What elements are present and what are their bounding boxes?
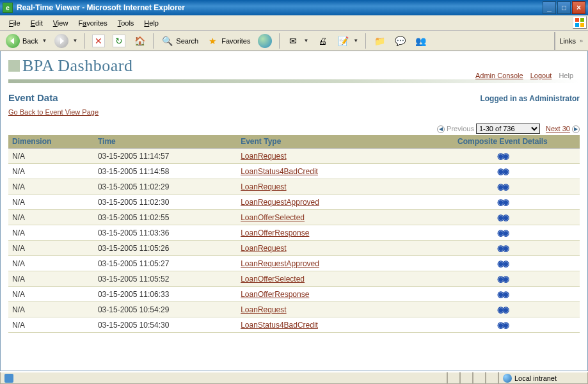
table-row: N/A03-15-2005 11:06:33LoanOfferResponse◉… [8, 287, 580, 302]
logout-link[interactable]: Logout [530, 72, 552, 79]
print-button[interactable]: 🖨 [313, 33, 332, 49]
search-icon: 🔍 [161, 35, 173, 47]
event-type-link[interactable]: LoanOfferSelected [241, 275, 305, 284]
table-row: N/A03-15-2005 11:02:30LoanRequestApprove… [8, 195, 580, 210]
back-button[interactable]: Back ▼ [3, 32, 50, 50]
event-type-link[interactable]: LoanRequest [241, 152, 286, 161]
cell-details: ◉◉ [425, 225, 580, 241]
cell-details: ◉◉ [425, 287, 580, 302]
details-icon[interactable]: ◉◉ [497, 151, 507, 161]
page-title: Event Data [8, 92, 58, 103]
forward-icon [54, 34, 68, 48]
print-icon: 🖨 [316, 35, 329, 47]
details-icon[interactable]: ◉◉ [497, 228, 507, 237]
cell-details: ◉◉ [425, 148, 580, 164]
details-icon[interactable]: ◉◉ [497, 182, 507, 191]
cell-event-type: LoanOfferSelected [237, 210, 425, 225]
menu-favorites[interactable]: Favorites [73, 18, 112, 28]
messenger-button[interactable]: 👥 [411, 33, 430, 49]
menu-help[interactable]: Help [139, 18, 164, 28]
table-row: N/A03-15-2005 11:05:26LoanRequest◉◉ [8, 241, 580, 256]
cell-event-type: LoanRequest [237, 179, 425, 195]
cell-dimension: N/A [8, 287, 94, 302]
star-icon: ★ [206, 35, 219, 47]
dropdown-icon: ▼ [353, 38, 358, 44]
maximize-button[interactable]: □ [557, 1, 571, 14]
refresh-button[interactable]: ↻ [109, 33, 129, 49]
details-icon[interactable]: ◉◉ [497, 289, 507, 299]
help-link[interactable]: Help [559, 72, 573, 79]
svg-rect-3 [580, 23, 584, 27]
details-icon[interactable]: ◉◉ [497, 305, 507, 314]
zone-label: Local intranet [514, 374, 557, 382]
col-event-type: Event Type [237, 135, 425, 148]
details-icon[interactable]: ◉◉ [497, 212, 507, 222]
table-row: N/A03-15-2005 11:14:58LoanStatus4BadCred… [8, 164, 580, 179]
next-icon[interactable]: ▶ [572, 125, 580, 133]
next-link[interactable]: Next 30 [546, 125, 570, 132]
table-row: N/A03-15-2005 10:54:30LoanStatus4BadCred… [8, 317, 580, 333]
home-button[interactable]: 🏠 [130, 33, 149, 49]
menu-view[interactable]: View [48, 18, 74, 28]
home-icon: 🏠 [133, 35, 146, 47]
details-icon[interactable]: ◉◉ [497, 197, 507, 207]
details-icon[interactable]: ◉◉ [497, 166, 507, 176]
dropdown-icon: ▼ [72, 38, 77, 44]
table-row: N/A03-15-2005 11:02:55LoanOfferSelected◉… [8, 210, 580, 225]
table-header-row: Dimension Time Event Type Composite Even… [8, 135, 580, 148]
table-row: N/A03-15-2005 11:14:57LoanRequest◉◉ [8, 148, 580, 164]
login-status: Logged in as Administrator [480, 94, 580, 103]
event-type-link[interactable]: LoanRequest [241, 182, 286, 191]
discuss-button[interactable]: 💬 [390, 33, 409, 49]
folder-button[interactable]: 📁 [370, 33, 389, 49]
back-icon [6, 34, 20, 48]
stop-button[interactable]: ✕ [89, 33, 108, 49]
menu-file[interactable]: File [4, 18, 26, 28]
status-panel [447, 372, 460, 384]
cell-dimension: N/A [8, 271, 94, 287]
previous-link: Previous [447, 125, 474, 132]
edit-button[interactable]: 📝 ▼ [333, 33, 362, 49]
details-icon[interactable]: ◉◉ [497, 243, 507, 253]
search-button[interactable]: 🔍 Search [157, 33, 202, 49]
details-icon[interactable]: ◉◉ [497, 320, 507, 330]
links-toolbar[interactable]: Links » [554, 32, 587, 50]
svg-rect-0 [575, 18, 579, 22]
cell-time: 03-15-2005 11:05:27 [94, 256, 237, 271]
cell-dimension: N/A [8, 179, 94, 195]
media-button[interactable] [255, 32, 275, 50]
search-label: Search [176, 37, 198, 45]
page-range-select[interactable]: 1-30 of 736 [476, 124, 540, 134]
event-type-link[interactable]: LoanStatus4BadCredit [241, 321, 318, 330]
go-back-link[interactable]: Go Back to Event View Page [8, 108, 99, 116]
menu-edit[interactable]: Edit [26, 18, 48, 28]
admin-console-link[interactable]: Admin Console [475, 72, 523, 79]
cell-time: 03-15-2005 11:03:36 [94, 225, 237, 241]
details-icon[interactable]: ◉◉ [497, 274, 507, 284]
menu-tools[interactable]: Tools [113, 18, 139, 28]
favorites-button[interactable]: ★ Favorites [203, 33, 253, 49]
event-type-link[interactable]: LoanRequestApproved [241, 259, 319, 268]
cell-dimension: N/A [8, 210, 94, 225]
event-type-link[interactable]: LoanOfferSelected [241, 213, 305, 222]
cell-time: 03-15-2005 11:05:26 [94, 241, 237, 256]
cell-details: ◉◉ [425, 210, 580, 225]
minimize-button[interactable]: _ [543, 1, 556, 14]
event-type-link[interactable]: LoanRequest [241, 244, 286, 253]
event-type-link[interactable]: LoanRequestApproved [241, 198, 319, 207]
table-row: N/A03-15-2005 10:54:29LoanRequest◉◉ [8, 302, 580, 317]
event-type-link[interactable]: LoanOfferResponse [241, 290, 309, 299]
event-type-link[interactable]: LoanOfferResponse [241, 228, 309, 237]
pager: ◀ Previous 1-30 of 736 Next 30 ▶ [8, 124, 580, 134]
cell-details: ◉◉ [425, 195, 580, 210]
cell-dimension: N/A [8, 148, 94, 164]
close-button[interactable]: × [572, 1, 585, 14]
event-type-link[interactable]: LoanStatus4BadCredit [241, 167, 318, 176]
col-time: Time [94, 135, 237, 148]
separator [84, 33, 85, 49]
mail-button[interactable]: ✉ ▼ [283, 33, 312, 49]
event-type-link[interactable]: LoanRequest [241, 305, 286, 314]
forward-button[interactable]: ▼ [51, 32, 81, 50]
col-dimension: Dimension [8, 135, 94, 148]
details-icon[interactable]: ◉◉ [497, 259, 507, 268]
